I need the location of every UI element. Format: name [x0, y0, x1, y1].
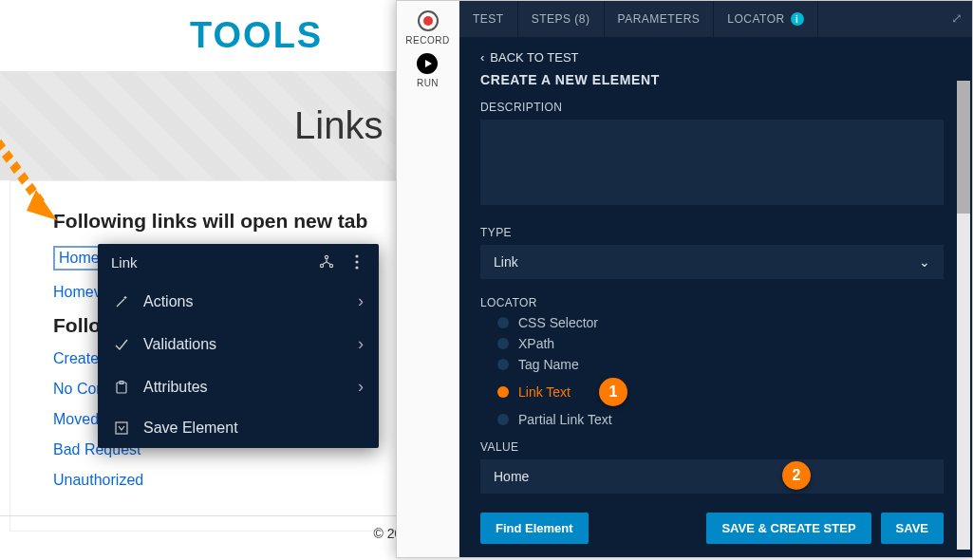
context-menu: Link Actions › Validations › Attributes …: [98, 244, 379, 448]
more-icon[interactable]: [348, 253, 365, 271]
locator-label: LOCATOR: [480, 296, 944, 309]
svg-point-1: [325, 255, 327, 258]
tab-test[interactable]: TEST: [459, 1, 518, 37]
find-element-button[interactable]: Find Element: [480, 513, 589, 544]
callout-2: 2: [782, 461, 811, 490]
context-menu-actions[interactable]: Actions ›: [98, 280, 379, 323]
save-icon: [113, 420, 130, 437]
clipboard-icon: [113, 379, 130, 396]
description-label: DESCRIPTION: [480, 101, 944, 114]
locator-radio-partial[interactable]: Partial Link Text: [497, 412, 944, 427]
svg-rect-9: [116, 422, 127, 434]
check-icon: [113, 336, 130, 353]
chevron-down-icon: ⌄: [919, 254, 930, 270]
page-title: Links: [294, 104, 383, 147]
locator-radio-linktext[interactable]: Link Text 1: [497, 378, 944, 406]
locator-radio-css[interactable]: CSS Selector: [497, 315, 944, 330]
type-label: TYPE: [480, 226, 944, 239]
context-menu-attributes[interactable]: Attributes ›: [98, 365, 379, 408]
play-icon: [417, 53, 438, 74]
context-menu-save-element[interactable]: Save Element: [98, 408, 379, 448]
save-create-step-button[interactable]: SAVE & CREATE STEP: [706, 513, 870, 544]
record-button[interactable]: RECORD: [405, 10, 449, 46]
tab-steps[interactable]: STEPS (8): [518, 1, 605, 37]
locator-radio-tagname[interactable]: Tag Name: [497, 357, 944, 372]
svg-point-5: [355, 260, 358, 263]
value-label: VALUE: [480, 440, 944, 454]
annotation-arrow: [0, 133, 74, 241]
tab-parameters[interactable]: PARAMETERS: [605, 1, 715, 37]
svg-point-6: [355, 266, 358, 269]
wand-icon: [113, 293, 130, 310]
callout-1: 1: [599, 378, 627, 406]
info-icon: i: [791, 12, 804, 26]
save-button[interactable]: SAVE: [881, 513, 944, 544]
chevron-left-icon: ‹: [480, 50, 484, 65]
panel-title: CREATE A NEW ELEMENT: [480, 72, 944, 87]
record-icon: [418, 10, 439, 31]
back-link[interactable]: ‹BACK TO TEST: [480, 50, 944, 65]
type-select[interactable]: Link⌄: [480, 245, 944, 279]
chevron-right-icon: ›: [358, 334, 364, 354]
description-input[interactable]: [480, 120, 944, 205]
scrollbar-thumb[interactable]: [957, 81, 970, 214]
tab-locator[interactable]: LOCATORi: [714, 1, 817, 37]
context-menu-validations[interactable]: Validations ›: [98, 323, 379, 365]
svg-point-4: [355, 254, 358, 257]
tree-icon[interactable]: [318, 253, 335, 271]
context-menu-title: Link: [111, 254, 138, 271]
chevron-right-icon: ›: [358, 377, 364, 397]
logo: TOOLS: [190, 15, 323, 56]
locator-radio-xpath[interactable]: XPath: [497, 336, 944, 351]
tab-bar: TEST STEPS (8) PARAMETERS LOCATORi ⤢: [459, 1, 972, 37]
value-input[interactable]: [480, 459, 944, 494]
run-button[interactable]: RUN: [417, 53, 439, 88]
action-rail: RECORD RUN: [397, 1, 459, 557]
inspector-panel: RECORD RUN TEST STEPS (8) PARAMETERS LOC…: [396, 0, 973, 558]
element-panel: TEST STEPS (8) PARAMETERS LOCATORi ⤢ ‹BA…: [459, 1, 972, 557]
chevron-right-icon: ›: [358, 291, 364, 311]
collapse-icon[interactable]: ⤢: [951, 10, 963, 26]
